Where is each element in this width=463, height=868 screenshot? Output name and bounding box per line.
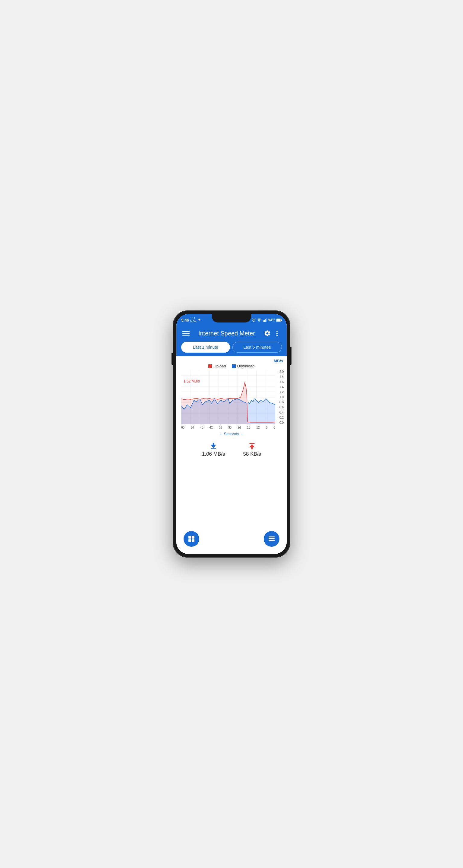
battery-percent: 94% [268,318,275,322]
bottom-area [176,462,287,554]
grid-fab-button[interactable] [184,531,199,547]
svg-rect-53 [269,536,275,537]
svg-rect-14 [182,333,190,334]
y-axis: 2.0 1.8 1.6 1.4 1.2 1.0 0.8 0.6 0.4 0.2 … [275,370,284,424]
svg-rect-47 [251,447,253,450]
upload-color-swatch [208,364,212,368]
chart-section: MB/s Upload Download 1.52 MB/s [176,356,287,437]
more-icon [273,330,281,337]
battery-icon [276,318,282,322]
download-color-swatch [232,364,236,368]
menu-button[interactable] [181,329,191,338]
list-fab-button[interactable] [264,531,279,547]
app-title: Internet Speed Meter [191,330,263,337]
svg-rect-49 [188,536,191,538]
x-axis-label: ← Seconds → [179,432,284,436]
tab-last-1-minute[interactable]: Last 1 minute [181,342,230,352]
menu-icon [182,330,190,337]
svg-rect-9 [266,318,267,322]
speed-chart: 1.52 MB/s [181,370,284,430]
svg-rect-1 [199,318,199,319]
legend-upload-label: Upload [213,364,226,368]
svg-rect-11 [281,319,282,321]
signal-icon [263,318,267,322]
svg-line-3 [252,318,253,319]
download-speed-value: 1.06 MB/s [202,451,225,457]
upload-speed-display: 58 KB/s [243,442,261,457]
svg-rect-13 [182,331,190,332]
svg-line-4 [255,318,255,319]
svg-rect-55 [269,540,275,541]
grid-icon [188,535,195,542]
svg-point-5 [259,321,259,321]
svg-rect-7 [264,320,265,322]
app-bar: Internet Speed Meter [176,325,287,342]
more-button[interactable] [272,329,282,338]
svg-point-17 [276,333,278,334]
upload-speed-value: 58 KB/s [243,451,261,457]
svg-rect-15 [182,335,190,336]
svg-rect-6 [263,320,264,322]
svg-rect-52 [192,539,194,542]
settings-button[interactable] [263,329,272,338]
speed-readout: 1.06 MB/s 58 KB/s [176,437,287,462]
settings-icon [264,330,271,337]
svg-rect-12 [277,319,280,321]
svg-rect-51 [188,539,191,542]
list-icon [268,535,275,542]
chart-legend: Upload Download [179,364,284,368]
svg-rect-45 [211,448,216,449]
download-speed-display: 1.06 MB/s [202,442,225,457]
status-speed: 1.1MB/s [190,317,196,323]
svg-point-16 [276,331,278,332]
tab-last-5-minutes[interactable]: Last 5 minutes [233,342,282,352]
download-arrow-icon [210,442,217,450]
svg-rect-54 [269,538,275,539]
alarm-icon [252,318,256,322]
x-axis: 60 54 48 42 36 30 24 18 12 6 0 [181,424,275,430]
tab-bar: Last 1 minute Last 5 minutes [176,342,287,356]
svg-rect-44 [213,443,214,445]
wifi-icon [257,318,261,322]
svg-marker-41 [181,382,247,424]
upload-arrow-icon [248,442,256,450]
legend-upload: Upload [208,364,226,368]
legend-download: Download [232,364,255,368]
status-time: 5:46 [181,318,189,322]
svg-rect-48 [250,443,255,444]
chart-unit-label: MB/s [179,359,284,363]
legend-download-label: Download [237,364,255,368]
chart-canvas [181,370,275,424]
notch [212,314,251,322]
svg-marker-0 [198,319,200,321]
status-download-icon [198,318,201,321]
svg-rect-8 [265,319,266,322]
svg-rect-50 [192,536,194,538]
svg-point-18 [276,335,278,336]
